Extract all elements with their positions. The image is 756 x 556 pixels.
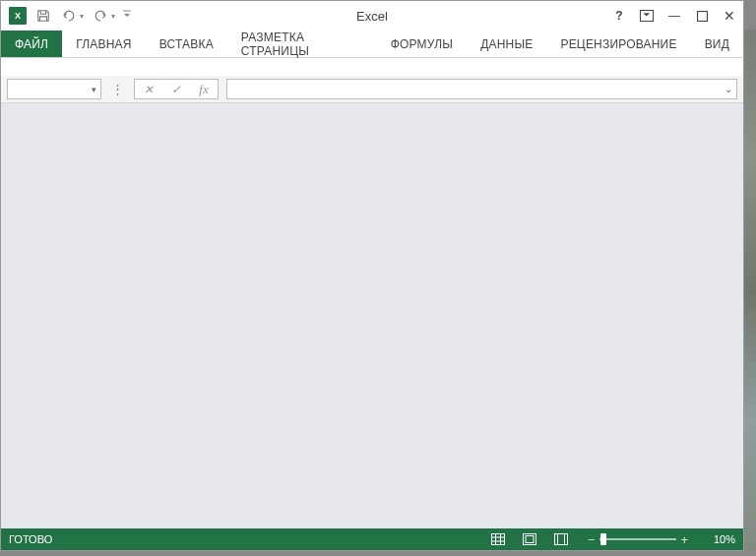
view-normal-icon (491, 533, 505, 545)
view-page-break-icon (554, 533, 568, 545)
tab-review[interactable]: РЕЦЕНЗИРОВАНИЕ (546, 31, 690, 57)
tab-label: ВСТАВКА (159, 37, 214, 51)
tab-data[interactable]: ДАННЫЕ (467, 31, 546, 57)
ribbon-display-options[interactable] (633, 4, 661, 28)
redo-icon (93, 9, 108, 23)
window-controls: ? — ✕ (605, 4, 743, 28)
help-button[interactable]: ? (605, 4, 633, 28)
redo-button[interactable] (88, 3, 113, 29)
view-normal-button[interactable] (489, 531, 507, 547)
tab-label: РЕЦЕНЗИРОВАНИЕ (560, 37, 676, 51)
maximize-button[interactable] (688, 4, 716, 28)
minimize-button[interactable]: — (661, 4, 688, 28)
status-bar: ГОТОВО − + 10% (1, 528, 743, 550)
formula-bar-row: ▾ ⋮ ✕ ✓ fx ⌄ (1, 76, 743, 103)
formula-bar-buttons: ✕ ✓ fx (134, 79, 219, 99)
tab-label: ДАННЫЕ (480, 37, 533, 51)
expand-formula-bar-icon[interactable]: ⌄ (724, 84, 732, 94)
tab-formulas[interactable]: ФОРМУЛЫ (377, 31, 467, 57)
tab-label: РАЗМЕТКА СТРАНИЦЫ (241, 31, 363, 58)
qat-customize[interactable] (123, 10, 133, 22)
svg-rect-4 (526, 536, 534, 543)
tab-page-layout[interactable]: РАЗМЕТКА СТРАНИЦЫ (227, 31, 377, 57)
insert-function-button[interactable]: fx (190, 80, 218, 98)
redo-dropdown[interactable]: ▾ (111, 12, 119, 21)
tab-file[interactable]: ФАЙЛ (1, 31, 62, 57)
enter-button[interactable]: ✓ (162, 80, 190, 98)
undo-dropdown[interactable]: ▾ (80, 12, 88, 21)
name-box[interactable]: ▾ (7, 79, 101, 99)
svg-rect-5 (555, 534, 568, 545)
status-right-group: − + 10% (489, 531, 735, 547)
undo-button[interactable] (56, 3, 82, 29)
zoom-out-button[interactable]: − (584, 533, 599, 546)
excel-icon (9, 7, 27, 25)
name-box-dropdown-icon: ▾ (92, 85, 96, 94)
view-page-layout-button[interactable] (521, 531, 538, 547)
tab-label: ГЛАВНАЯ (76, 37, 131, 51)
title-bar: ▾ ▾ Excel ? — ✕ (1, 1, 743, 31)
tab-insert[interactable]: ВСТАВКА (146, 31, 227, 57)
save-icon (36, 9, 50, 23)
status-ready: ГОТОВО (9, 533, 52, 545)
ribbon-tabs: ФАЙЛ ГЛАВНАЯ ВСТАВКА РАЗМЕТКА СТРАНИЦЫ Ф… (1, 31, 743, 58)
tab-view[interactable]: ВИД (691, 31, 743, 57)
zoom-slider[interactable]: − + (584, 532, 692, 546)
close-button[interactable]: ✕ (716, 4, 743, 28)
cancel-button[interactable]: ✕ (135, 80, 162, 98)
excel-window: ▾ ▾ Excel ? — ✕ ФАЙЛ (0, 0, 744, 551)
zoom-thumb[interactable] (600, 533, 606, 545)
worksheet-area[interactable] (1, 103, 743, 528)
view-page-layout-icon (523, 533, 536, 545)
view-page-break-button[interactable] (552, 531, 570, 547)
app-icon[interactable] (5, 3, 31, 29)
ribbon-options-icon (640, 10, 654, 22)
tab-label: ФАЙЛ (15, 37, 48, 51)
maximize-icon (697, 11, 708, 22)
svg-rect-1 (697, 11, 707, 21)
save-button[interactable] (31, 3, 56, 29)
zoom-track[interactable] (599, 538, 677, 540)
quick-access-toolbar: ▾ ▾ (1, 3, 133, 29)
tab-label: ФОРМУЛЫ (391, 37, 453, 51)
undo-icon (61, 9, 77, 23)
formula-bar-separator[interactable]: ⋮ (109, 82, 126, 96)
zoom-level[interactable]: 10% (706, 533, 735, 545)
svg-rect-2 (492, 534, 505, 545)
tab-home[interactable]: ГЛАВНАЯ (62, 31, 145, 57)
desktop-background-strip (744, 30, 756, 551)
tab-label: ВИД (705, 37, 729, 51)
formula-input[interactable]: ⌄ (226, 79, 737, 99)
zoom-in-button[interactable]: + (676, 533, 692, 546)
